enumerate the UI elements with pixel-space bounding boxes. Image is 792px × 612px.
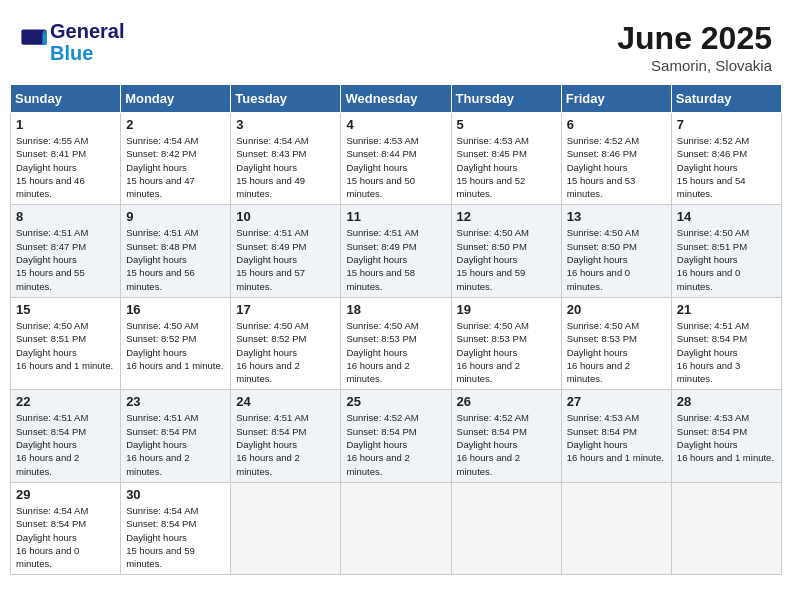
day-cell-30: 30 Sunrise: 4:54 AM Sunset: 8:54 PM Dayl…: [121, 482, 231, 574]
day-number: 26: [457, 394, 556, 409]
day-cell-29: 29 Sunrise: 4:54 AM Sunset: 8:54 PM Dayl…: [11, 482, 121, 574]
day-cell-1: 1 Sunrise: 4:55 AM Sunset: 8:41 PM Dayli…: [11, 113, 121, 205]
day-number: 27: [567, 394, 666, 409]
calendar-week-row: 15 Sunrise: 4:50 AM Sunset: 8:51 PM Dayl…: [11, 297, 782, 389]
day-number: 3: [236, 117, 335, 132]
day-info: Sunrise: 4:50 AM Sunset: 8:51 PM Dayligh…: [677, 226, 776, 292]
day-number: 28: [677, 394, 776, 409]
day-cell-3: 3 Sunrise: 4:54 AM Sunset: 8:43 PM Dayli…: [231, 113, 341, 205]
day-number: 15: [16, 302, 115, 317]
day-number: 22: [16, 394, 115, 409]
day-cell-4: 4 Sunrise: 4:53 AM Sunset: 8:44 PM Dayli…: [341, 113, 451, 205]
day-info: Sunrise: 4:50 AM Sunset: 8:52 PM Dayligh…: [236, 319, 335, 385]
calendar-week-row: 1 Sunrise: 4:55 AM Sunset: 8:41 PM Dayli…: [11, 113, 782, 205]
svg-marker-1: [42, 34, 46, 45]
day-info: Sunrise: 4:51 AM Sunset: 8:54 PM Dayligh…: [236, 411, 335, 477]
day-number: 30: [126, 487, 225, 502]
day-info: Sunrise: 4:50 AM Sunset: 8:53 PM Dayligh…: [567, 319, 666, 385]
page-header: GeneralBlue June 2025 Samorin, Slovakia: [10, 10, 782, 79]
day-info: Sunrise: 4:53 AM Sunset: 8:54 PM Dayligh…: [677, 411, 776, 464]
day-cell-18: 18 Sunrise: 4:50 AM Sunset: 8:53 PM Dayl…: [341, 297, 451, 389]
day-info: Sunrise: 4:54 AM Sunset: 8:42 PM Dayligh…: [126, 134, 225, 200]
day-number: 29: [16, 487, 115, 502]
column-header-wednesday: Wednesday: [341, 85, 451, 113]
day-cell-16: 16 Sunrise: 4:50 AM Sunset: 8:52 PM Dayl…: [121, 297, 231, 389]
day-info: Sunrise: 4:51 AM Sunset: 8:49 PM Dayligh…: [236, 226, 335, 292]
day-info: Sunrise: 4:54 AM Sunset: 8:43 PM Dayligh…: [236, 134, 335, 200]
empty-cell: [451, 482, 561, 574]
day-cell-24: 24 Sunrise: 4:51 AM Sunset: 8:54 PM Dayl…: [231, 390, 341, 482]
empty-cell: [561, 482, 671, 574]
day-number: 12: [457, 209, 556, 224]
day-info: Sunrise: 4:51 AM Sunset: 8:47 PM Dayligh…: [16, 226, 115, 292]
day-number: 21: [677, 302, 776, 317]
day-number: 5: [457, 117, 556, 132]
day-number: 17: [236, 302, 335, 317]
day-info: Sunrise: 4:51 AM Sunset: 8:54 PM Dayligh…: [16, 411, 115, 477]
calendar-week-row: 8 Sunrise: 4:51 AM Sunset: 8:47 PM Dayli…: [11, 205, 782, 297]
day-cell-7: 7 Sunrise: 4:52 AM Sunset: 8:46 PM Dayli…: [671, 113, 781, 205]
day-cell-21: 21 Sunrise: 4:51 AM Sunset: 8:54 PM Dayl…: [671, 297, 781, 389]
day-number: 1: [16, 117, 115, 132]
day-cell-25: 25 Sunrise: 4:52 AM Sunset: 8:54 PM Dayl…: [341, 390, 451, 482]
day-cell-22: 22 Sunrise: 4:51 AM Sunset: 8:54 PM Dayl…: [11, 390, 121, 482]
title-block: June 2025 Samorin, Slovakia: [617, 20, 772, 74]
day-info: Sunrise: 4:51 AM Sunset: 8:48 PM Dayligh…: [126, 226, 225, 292]
day-info: Sunrise: 4:51 AM Sunset: 8:54 PM Dayligh…: [677, 319, 776, 385]
day-number: 24: [236, 394, 335, 409]
day-info: Sunrise: 4:50 AM Sunset: 8:53 PM Dayligh…: [457, 319, 556, 385]
day-cell-13: 13 Sunrise: 4:50 AM Sunset: 8:50 PM Dayl…: [561, 205, 671, 297]
column-header-monday: Monday: [121, 85, 231, 113]
day-number: 11: [346, 209, 445, 224]
column-header-tuesday: Tuesday: [231, 85, 341, 113]
day-number: 14: [677, 209, 776, 224]
day-info: Sunrise: 4:50 AM Sunset: 8:50 PM Dayligh…: [457, 226, 556, 292]
empty-cell: [231, 482, 341, 574]
day-cell-14: 14 Sunrise: 4:50 AM Sunset: 8:51 PM Dayl…: [671, 205, 781, 297]
day-info: Sunrise: 4:55 AM Sunset: 8:41 PM Dayligh…: [16, 134, 115, 200]
day-cell-8: 8 Sunrise: 4:51 AM Sunset: 8:47 PM Dayli…: [11, 205, 121, 297]
column-header-thursday: Thursday: [451, 85, 561, 113]
day-cell-17: 17 Sunrise: 4:50 AM Sunset: 8:52 PM Dayl…: [231, 297, 341, 389]
day-number: 6: [567, 117, 666, 132]
day-cell-10: 10 Sunrise: 4:51 AM Sunset: 8:49 PM Dayl…: [231, 205, 341, 297]
day-cell-23: 23 Sunrise: 4:51 AM Sunset: 8:54 PM Dayl…: [121, 390, 231, 482]
day-cell-11: 11 Sunrise: 4:51 AM Sunset: 8:49 PM Dayl…: [341, 205, 451, 297]
day-number: 20: [567, 302, 666, 317]
day-cell-28: 28 Sunrise: 4:53 AM Sunset: 8:54 PM Dayl…: [671, 390, 781, 482]
day-cell-26: 26 Sunrise: 4:52 AM Sunset: 8:54 PM Dayl…: [451, 390, 561, 482]
day-cell-20: 20 Sunrise: 4:50 AM Sunset: 8:53 PM Dayl…: [561, 297, 671, 389]
day-info: Sunrise: 4:50 AM Sunset: 8:52 PM Dayligh…: [126, 319, 225, 372]
month-year: June 2025: [617, 20, 772, 57]
day-number: 25: [346, 394, 445, 409]
day-info: Sunrise: 4:51 AM Sunset: 8:49 PM Dayligh…: [346, 226, 445, 292]
day-number: 7: [677, 117, 776, 132]
logo-icon: [20, 28, 48, 56]
day-info: Sunrise: 4:52 AM Sunset: 8:46 PM Dayligh…: [677, 134, 776, 200]
day-cell-9: 9 Sunrise: 4:51 AM Sunset: 8:48 PM Dayli…: [121, 205, 231, 297]
calendar-header-row: SundayMondayTuesdayWednesdayThursdayFrid…: [11, 85, 782, 113]
day-info: Sunrise: 4:54 AM Sunset: 8:54 PM Dayligh…: [126, 504, 225, 570]
day-info: Sunrise: 4:52 AM Sunset: 8:54 PM Dayligh…: [346, 411, 445, 477]
empty-cell: [671, 482, 781, 574]
day-info: Sunrise: 4:50 AM Sunset: 8:50 PM Dayligh…: [567, 226, 666, 292]
calendar-week-row: 22 Sunrise: 4:51 AM Sunset: 8:54 PM Dayl…: [11, 390, 782, 482]
day-info: Sunrise: 4:50 AM Sunset: 8:53 PM Dayligh…: [346, 319, 445, 385]
day-info: Sunrise: 4:50 AM Sunset: 8:51 PM Dayligh…: [16, 319, 115, 372]
day-cell-6: 6 Sunrise: 4:52 AM Sunset: 8:46 PM Dayli…: [561, 113, 671, 205]
day-number: 8: [16, 209, 115, 224]
day-info: Sunrise: 4:52 AM Sunset: 8:54 PM Dayligh…: [457, 411, 556, 477]
day-number: 16: [126, 302, 225, 317]
day-number: 13: [567, 209, 666, 224]
day-cell-27: 27 Sunrise: 4:53 AM Sunset: 8:54 PM Dayl…: [561, 390, 671, 482]
calendar-table: SundayMondayTuesdayWednesdayThursdayFrid…: [10, 84, 782, 575]
day-info: Sunrise: 4:53 AM Sunset: 8:44 PM Dayligh…: [346, 134, 445, 200]
day-cell-19: 19 Sunrise: 4:50 AM Sunset: 8:53 PM Dayl…: [451, 297, 561, 389]
day-number: 9: [126, 209, 225, 224]
day-number: 19: [457, 302, 556, 317]
column-header-saturday: Saturday: [671, 85, 781, 113]
day-info: Sunrise: 4:54 AM Sunset: 8:54 PM Dayligh…: [16, 504, 115, 570]
day-cell-2: 2 Sunrise: 4:54 AM Sunset: 8:42 PM Dayli…: [121, 113, 231, 205]
day-cell-15: 15 Sunrise: 4:50 AM Sunset: 8:51 PM Dayl…: [11, 297, 121, 389]
location: Samorin, Slovakia: [617, 57, 772, 74]
